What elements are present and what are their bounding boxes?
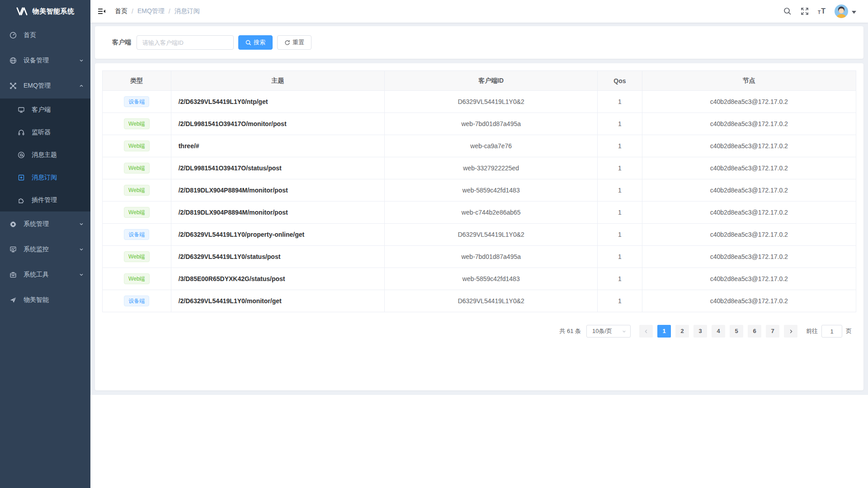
chevron-down-icon [79,247,84,252]
node-cell: c40b2d8ea5c3@172.17.0.2 [642,113,856,135]
qos-cell: 1 [598,246,642,268]
table-row: Web端/2/D819DLX904P8894M/monitor/postweb-… [103,202,856,224]
app-logo[interactable]: 物美智能系统 [0,0,90,23]
chevron-up-icon [79,83,84,89]
main-area: 首页 / EMQ管理 / 消息订阅 TT [90,0,868,488]
sidebar-item-home[interactable]: 首页 [0,23,90,48]
search-button[interactable]: 搜索 [238,35,273,50]
qos-cell: 1 [598,135,642,157]
client-monitor-icon [17,106,25,114]
device-tag: 设备端 [124,96,149,107]
type-cell: 设备端 [103,224,171,246]
page-size-select[interactable]: 10条/页 [586,325,631,338]
sidebar-item-device-mgmt[interactable]: 设备管理 [0,48,90,73]
caret-down-icon [852,11,856,14]
page-button-6[interactable]: 6 [748,325,761,338]
sidebar-item-system-monitor[interactable]: 系统监控 [0,237,90,262]
font-size-icon[interactable]: TT [818,8,826,15]
jump-page-input[interactable] [821,325,842,338]
topic-cell: /2/D6329VL54419L1Y0/property-online/get [171,224,385,246]
sidebar-item-emq-mgmt[interactable]: EMQ管理 [0,73,90,99]
sidebar-item-plugin[interactable]: 插件管理 [0,189,90,211]
sidebar-item-listener[interactable]: 监听器 [0,121,90,144]
jump-prefix-label: 前往 [806,327,818,335]
devices-icon [9,56,17,65]
fullscreen-icon[interactable] [801,7,809,15]
sidebar-item-wumei-smart[interactable]: 物美智能 [0,287,90,313]
client-id-cell: D6329VL54419L1Y0&2 [385,91,598,113]
node-cell: c40b2d8ea5c3@172.17.0.2 [642,224,856,246]
total-count: 共 61 条 [559,327,581,335]
next-page-button[interactable] [784,325,797,338]
node-cell: c40b2d8ea5c3@172.17.0.2 [642,91,856,113]
topic-cell: /2/D819DLX904P8894M/monitor/post [171,202,385,224]
qos-cell: 1 [598,224,642,246]
breadcrumb-home[interactable]: 首页 [115,7,127,15]
qos-cell: 1 [598,113,642,135]
user-dropdown[interactable] [835,5,856,18]
qos-cell: 1 [598,91,642,113]
sidebar-toggle-icon[interactable] [98,7,107,16]
sidebar-menu: 首页 设备管理 EMQ管理 [0,23,90,313]
type-cell: 设备端 [103,290,171,312]
page-jumper: 前往 页 [806,325,852,338]
sidebar-item-label: 插件管理 [32,196,84,204]
page-button-2[interactable]: 2 [675,325,689,338]
sidebar-item-label: 设备管理 [24,56,79,65]
type-cell: Web端 [103,135,171,157]
web-tag: Web端 [124,141,149,151]
page-button-4[interactable]: 4 [712,325,725,338]
sidebar-item-label: 物美智能 [24,296,84,304]
reset-button[interactable]: 重置 [277,35,311,50]
topic-cell: /2/DL9981541O39417O/status/post [171,157,385,179]
emq-submenu: 客户端 监听器 消息主题 [0,99,90,211]
sidebar-item-label: 消息主题 [32,151,84,159]
node-cell: c40b2d8ea5c3@172.17.0.2 [642,290,856,312]
topic-cell: /2/D819DLX904P8894M/monitor/post [171,179,385,202]
page-button-1[interactable]: 1 [657,325,671,338]
search-icon[interactable] [783,7,792,15]
subscription-icon [17,174,25,182]
table-row: Web端/2/D6329VL54419L1Y0/status/postweb-7… [103,246,856,268]
topic-cell: /2/D6329VL54419L1Y0/monitor/get [171,290,385,312]
client-id-cell: web-3327922225ed [385,157,598,179]
sidebar-item-label: 系统管理 [24,220,79,228]
navbar: 首页 / EMQ管理 / 消息订阅 TT [90,0,868,23]
page-button-5[interactable]: 5 [730,325,743,338]
qos-cell: 1 [598,179,642,202]
breadcrumb: 首页 / EMQ管理 / 消息订阅 [115,7,200,15]
breadcrumb-separator: / [169,8,170,15]
type-cell: Web端 [103,246,171,268]
dashboard-icon [9,31,17,39]
topic-cell: /2/D6329VL54419L1Y0/status/post [171,246,385,268]
prev-page-button[interactable] [639,325,653,338]
device-tag: 设备端 [124,229,149,240]
sidebar-item-topic[interactable]: 消息主题 [0,144,90,166]
node-cell: c40b2d8ea5c3@172.17.0.2 [642,179,856,202]
sidebar-item-system-mgmt[interactable]: 系统管理 [0,211,90,237]
sidebar-item-label: 系统工具 [24,271,79,279]
chevron-down-icon [79,272,84,277]
web-tag: Web端 [124,207,149,218]
client-id-cell: D6329VL54419L1Y0&2 [385,224,598,246]
sidebar-item-client[interactable]: 客户端 [0,99,90,121]
search-panel: 客户端 搜索 重置 [95,26,863,59]
sidebar-item-subscription[interactable]: 消息订阅 [0,166,90,189]
sidebar-item-system-tools[interactable]: 系统工具 [0,262,90,287]
client-id-input[interactable] [137,35,234,50]
node-cell: c40b2d8ea5c3@172.17.0.2 [642,202,856,224]
topic-cell: three/# [171,135,385,157]
column-header-type: 类型 [103,71,171,91]
table-row: 设备端/2/D6329VL54419L1Y0/property-online/g… [103,224,856,246]
page-button-7[interactable]: 7 [766,325,779,338]
table-row: Web端three/#web-ca9a7e761c40b2d8ea5c3@172… [103,135,856,157]
table-body: 设备端/2/D6329VL54419L1Y0/ntp/getD6329VL544… [103,91,856,312]
web-tag: Web端 [124,163,149,174]
table-row: 设备端/2/D6329VL54419L1Y0/ntp/getD6329VL544… [103,91,856,113]
qos-cell: 1 [598,202,642,224]
navbar-actions: TT [783,5,856,18]
avatar[interactable] [835,5,848,18]
web-tag: Web端 [124,185,149,196]
page-button-3[interactable]: 3 [693,325,707,338]
toolbox-icon [9,271,17,279]
